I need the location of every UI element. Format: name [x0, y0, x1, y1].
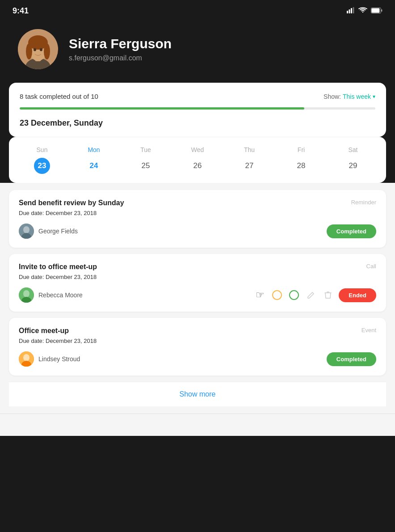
task-2-type: Call: [366, 263, 376, 270]
svg-point-23: [23, 354, 29, 361]
task-2-actions: ☞ Ended: [256, 288, 376, 302]
day-name-thu: Thu: [244, 146, 255, 153]
task-3-date: December 23, 2018: [46, 338, 97, 344]
day-number-thu: 27: [241, 158, 257, 174]
task-2-footer: Rebecca Moore ☞: [19, 287, 376, 303]
task-1-assignee-name: George Fields: [38, 228, 78, 235]
calendar-day-wed[interactable]: Wed 26: [172, 146, 223, 174]
show-label: Show:: [324, 93, 341, 100]
task-2-status-button[interactable]: Ended: [339, 288, 376, 302]
svg-rect-0: [347, 11, 348, 13]
date-heading: 23 December, Sunday: [9, 118, 386, 137]
svg-point-17: [23, 226, 29, 233]
progress-bar-fill: [20, 107, 304, 110]
calendar-day-tue[interactable]: Tue 25: [120, 146, 172, 174]
task-2-assignee-name: Rebecca Moore: [38, 291, 83, 299]
chevron-down-icon: ▾: [373, 93, 375, 100]
show-filter[interactable]: Show: This week ▾: [324, 93, 375, 100]
cursor-icon: ☞: [256, 289, 265, 301]
profile-name: Sierra Ferguson: [69, 36, 172, 51]
task-card-3-header: Office meet-up Event: [19, 327, 376, 335]
task-card-1-header: Send benefit review by Sunday Reminder: [19, 199, 376, 207]
assignee-avatar-lindsey: [19, 351, 34, 367]
circle-orange-icon[interactable]: [271, 289, 283, 301]
day-name-tue: Tue: [140, 146, 151, 153]
day-number-fri: 28: [293, 158, 309, 174]
progress-bar-container: [9, 107, 386, 118]
day-number-sun: 23: [34, 158, 50, 174]
assignee-avatar-george: [19, 224, 34, 239]
profile-info: Sierra Ferguson s.ferguson@gmail.com: [69, 36, 172, 62]
task-1-status-button[interactable]: Completed: [327, 224, 376, 238]
task-1-title: Send benefit review by Sunday: [19, 199, 351, 207]
task-3-assignee-name: Lindsey Stroud: [38, 355, 80, 363]
svg-point-14: [34, 48, 36, 51]
trash-icon[interactable]: [322, 289, 334, 301]
calendar-day-thu[interactable]: Thu 27: [223, 146, 275, 174]
bottom-bar: [0, 414, 395, 436]
task-3-assignee: Lindsey Stroud: [19, 351, 80, 367]
due-label-1: Due date:: [19, 210, 44, 216]
calendar-week: Sun 23 Mon 24 Tue 25 Wed 26 Thu 27 Fri 2…: [9, 137, 386, 183]
signal-icon: [347, 7, 355, 15]
calendar-day-sat[interactable]: Sat 29: [327, 146, 379, 174]
day-name-mon: Mon: [88, 146, 100, 153]
task-2-assignee: Rebecca Moore: [19, 287, 83, 303]
day-name-wed: Wed: [191, 146, 204, 153]
calendar-day-fri[interactable]: Fri 28: [275, 146, 327, 174]
tasks-container: Send benefit review by Sunday Reminder D…: [0, 183, 395, 414]
task-1-date: December 23, 2018: [46, 210, 97, 216]
day-number-sat: 29: [345, 158, 361, 174]
circle-green-icon[interactable]: [288, 289, 300, 301]
task-count-label: 8 task completed out of 10: [20, 93, 98, 100]
day-number-mon: 24: [86, 158, 102, 174]
wifi-icon: [358, 7, 367, 15]
svg-rect-3: [353, 7, 354, 13]
progress-bar-track: [20, 107, 375, 110]
task-card-1: Send benefit review by Sunday Reminder D…: [9, 190, 386, 248]
svg-point-12: [26, 43, 32, 59]
profile-email: s.ferguson@gmail.com: [69, 54, 172, 62]
show-more-link[interactable]: Show more: [180, 390, 216, 398]
status-time: 9:41: [13, 6, 29, 16]
battery-icon: [371, 7, 382, 15]
task-card-3: Office meet-up Event Due date: December …: [9, 318, 386, 376]
task-1-type: Reminder: [351, 199, 376, 206]
task-3-type: Event: [361, 327, 376, 334]
day-number-wed: 26: [189, 158, 206, 174]
task-card-2-header: Invite to office meet-up Call: [19, 263, 376, 271]
calendar-day-sun[interactable]: Sun 23: [16, 146, 68, 174]
status-icons: [347, 7, 382, 15]
assignee-avatar-rebecca: [19, 287, 34, 303]
task-3-due: Due date: December 23, 2018: [19, 338, 376, 344]
task-3-footer: Lindsey Stroud Completed: [19, 351, 376, 367]
status-bar: 9:41: [0, 0, 395, 20]
calendar-day-mon[interactable]: Mon 24: [68, 146, 120, 174]
day-number-tue: 25: [138, 158, 154, 174]
svg-rect-6: [381, 9, 382, 12]
task-1-assignee: George Fields: [19, 224, 78, 239]
filter-value: This week: [343, 93, 371, 100]
show-more-container[interactable]: Show more: [9, 382, 386, 406]
svg-rect-5: [372, 8, 380, 13]
svg-point-13: [44, 43, 50, 59]
pencil-icon[interactable]: [305, 289, 317, 301]
svg-point-15: [40, 48, 42, 51]
avatar: [18, 29, 58, 69]
main-card: 8 task completed out of 10 Show: This we…: [9, 83, 386, 137]
svg-rect-2: [351, 8, 352, 13]
task-card-2: Invite to office meet-up Call Due date: …: [9, 254, 386, 312]
task-2-date: December 23, 2018: [46, 274, 97, 280]
task-3-title: Office meet-up: [19, 327, 361, 335]
due-label-3: Due date:: [19, 338, 44, 344]
day-name-sat: Sat: [348, 146, 357, 153]
task-summary: 8 task completed out of 10 Show: This we…: [9, 83, 386, 107]
svg-point-20: [23, 290, 29, 297]
task-2-title: Invite to office meet-up: [19, 263, 366, 271]
day-name-sun: Sun: [37, 146, 48, 153]
profile-header: Sierra Ferguson s.ferguson@gmail.com: [0, 20, 395, 83]
task-1-footer: George Fields Completed: [19, 224, 376, 239]
task-1-due: Due date: December 23, 2018: [19, 210, 376, 216]
task-3-status-button[interactable]: Completed: [327, 352, 376, 366]
svg-rect-1: [349, 9, 350, 13]
